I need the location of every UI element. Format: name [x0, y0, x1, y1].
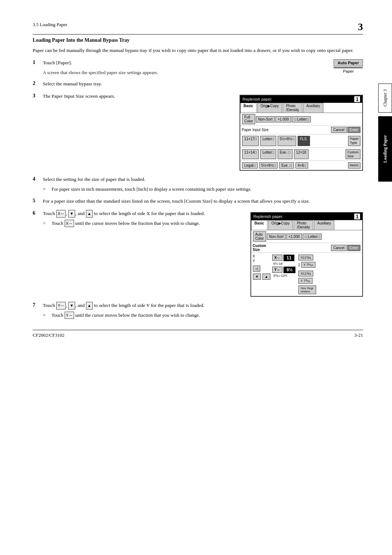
paper-ui-image: Auto Paper Paper — [334, 59, 363, 73]
btn2-magnify[interactable]: ×1.000 — [286, 234, 302, 240]
step-5-row: 5 For a paper size other than the standa… — [33, 198, 363, 205]
side-label: Loading Paper — [383, 135, 388, 163]
screen2-title: Replenish paper. — [253, 214, 283, 219]
step-1-sub: A screen that shows the specified paper … — [43, 69, 326, 76]
btn-letter[interactable]: □ Letter□ — [292, 116, 311, 122]
auto-paper-button: Auto Paper — [334, 59, 363, 66]
btn-y-7-9-16-1[interactable]: Y 7⁹⁄₁₆ — [301, 262, 315, 268]
x-value-row: X↔ 11 — [272, 254, 295, 261]
step-5: 5 For a paper size other than the standa… — [33, 198, 363, 205]
btn-exe[interactable]: Exe. □ — [278, 149, 293, 159]
btn-size-registration[interactable]: Size Regi-stration — [298, 285, 316, 294]
screen1-tabs: Basic Orig▶Copy Photo/Density Auxiliary — [240, 103, 362, 113]
screen1-row3-buttons: Legal□ 5½×8½□ Exe. □ 4×6□ — [242, 162, 347, 169]
btn-x11-3-4-1[interactable]: X11¾⁄₄ — [298, 255, 313, 260]
section-heading: Loading Paper Into the Manual Bypass Tra… — [33, 37, 363, 43]
step-4-text: Select the setting for the size of paper… — [43, 176, 363, 183]
step-6-text-area: 6 Touch X↔, ▼, and ▲ to select the lengt… — [33, 210, 250, 229]
screen2-custom-header: CustomSize Cancel Enter — [251, 243, 362, 253]
btn-fls[interactable]: FLS. — [298, 136, 310, 146]
btn-5x8[interactable]: 5½×8½□ — [278, 136, 297, 146]
tab-basic[interactable]: Basic — [240, 103, 257, 113]
chapter-number: 3 — [358, 22, 363, 32]
custom-size-screen: Replenish paper. 1 Basic Orig▶Copy Photo… — [250, 212, 363, 297]
btn-non-sort[interactable]: Non-Sort — [256, 116, 275, 122]
footer-page: 3-21 — [354, 332, 363, 338]
step-4-sub-text: For paper sizes in inch measurements, to… — [52, 186, 252, 193]
btn-4x6[interactable]: 4×6□ — [295, 162, 308, 169]
x-sub-label: 5½-18 — [273, 262, 295, 266]
arrows-area: ◁ — [253, 265, 261, 272]
btn-x11-3-4-2[interactable]: X11¾⁄₄ — [298, 271, 313, 276]
step-2-number: 2 — [33, 80, 43, 86]
btn-5x8-2[interactable]: 5½×8½□ — [259, 162, 278, 169]
tab-orig-copy[interactable]: Orig▶Copy — [257, 103, 282, 113]
page-container: Chapter 3 Loading Paper 3.5 Loading Pape… — [0, 0, 392, 555]
tab2-photo[interactable]: Photo/Density — [294, 220, 313, 230]
screen1-title: Replenish paper. — [242, 97, 273, 101]
btn-cancel[interactable]: Cancel — [331, 127, 347, 133]
btn-paper-type[interactable]: PaperType — [348, 136, 360, 146]
section-label: 3.5 Loading Paper — [33, 22, 68, 28]
y-inline-2: Y↔ — [65, 312, 74, 319]
btn2-cancel[interactable]: Cancel — [331, 245, 347, 251]
btn-enter[interactable]: Enter — [347, 127, 360, 133]
btn-letter-main[interactable]: Letter□ — [260, 136, 276, 146]
tab-auxiliary[interactable]: Auxiliary — [303, 103, 323, 113]
step-1-row: 1 Touch [Paper]. A screen that shows the… — [33, 59, 363, 76]
btn2-enter[interactable]: Enter — [347, 245, 360, 251]
x-inline-2: X↔ — [65, 220, 74, 227]
btn-letter2[interactable]: Letter□ — [260, 149, 276, 159]
step-7-number: 7 — [33, 302, 43, 308]
step-6-layout: 6 Touch X↔, ▼, and ▲ to select the lengt… — [33, 210, 363, 297]
btn-left-arrow[interactable]: ◁ — [253, 266, 260, 272]
tab2-orig[interactable]: Orig▶Copy — [268, 220, 293, 230]
step-6: 6 Touch X↔, ▼, and ▲ to select the lengt… — [33, 210, 363, 297]
btn2-non-sort[interactable]: Non-Sort — [267, 234, 286, 240]
screen1-grid-row1: 11×17□ Letter□ 5½×8½□ FLS. PaperType — [240, 134, 362, 148]
btn-legal[interactable]: Legal□ — [242, 162, 258, 169]
step-7: 7 Touch Y↔, ▼, and ▲ to select the lengt… — [33, 302, 363, 319]
btn-custom-size[interactable]: CustomSize — [346, 149, 360, 159]
step-1-header: 1 Touch [Paper]. — [33, 59, 326, 66]
paper-ui-divider — [334, 67, 363, 68]
btn-11x17[interactable]: 11×17□ — [242, 136, 259, 146]
step-6-sub-text: Touch X↔ until the cursor moves below th… — [52, 220, 200, 227]
x-button-inline: X↔ — [56, 210, 66, 218]
btn2-auto-color[interactable]: AutoColor — [253, 231, 266, 242]
tab-photo-density[interactable]: Photo/Density — [283, 103, 302, 113]
btn2-letter[interactable]: □ Letter□ — [303, 234, 322, 240]
step-3: 3 The Paper Input Size screen appears. R… — [33, 93, 363, 171]
btn-metric[interactable]: Metric — [348, 162, 361, 169]
btn-full-color[interactable]: FullColor — [242, 114, 255, 124]
btn2-up[interactable]: ▲ — [262, 274, 270, 280]
step-3-number: 3 — [33, 93, 43, 99]
step-1-content: 1 Touch [Paper]. A screen that shows the… — [33, 59, 326, 76]
screen2-left-controls: X Y ◁ ▼ ▲ — [253, 254, 271, 295]
btn2-down[interactable]: ▼ — [253, 274, 261, 280]
num-2: 2 — [298, 263, 300, 267]
step-1-text: Touch [Paper]. — [43, 59, 326, 66]
chapter-label: Chapter 3 — [383, 90, 388, 107]
paper-label: Paper — [334, 69, 363, 73]
btn-exe2[interactable]: Exe. □ — [279, 162, 294, 169]
screen2-right-sizes: X11¾⁄₄ 2 Y 7⁹⁄₁₆ X11¾⁄₄ Y 7⁹⁄₁₆ — [298, 254, 317, 295]
btn-magnify[interactable]: ×1.000 — [275, 116, 291, 122]
up-arrow-inline2: ▲ — [86, 302, 93, 309]
step-4: 4 Select the setting for the size of pap… — [33, 176, 363, 193]
tab2-aux[interactable]: Auxiliary — [314, 220, 334, 230]
y-button-inline: Y↔ — [56, 302, 66, 309]
tab2-basic[interactable]: Basic — [251, 220, 268, 230]
chapter-badge: Chapter 3 — [378, 84, 392, 113]
screen1-row1: FullColor Non-Sort ×1.000 □ Letter□ — [240, 113, 362, 126]
btn-x-select[interactable]: X↔ — [272, 255, 283, 261]
btn-11x14[interactable]: 11×14□ — [242, 149, 259, 159]
screen2-row1: AutoColor Non-Sort ×1.000 □ Letter□ — [251, 230, 362, 243]
auto-paper-label: Auto Paper — [338, 61, 359, 65]
btn-12x18[interactable]: 12×18 — [294, 149, 309, 159]
screen1-number: 1 — [354, 96, 360, 102]
btn-y-select[interactable]: Y↔ — [272, 267, 283, 273]
bullet-7-1: ○ — [43, 312, 49, 318]
screen1-grid-row3: Legal□ 5½×8½□ Exe. □ 4×6□ Metric — [240, 161, 362, 170]
btn-y-7-9-16-2[interactable]: Y 7⁹⁄₁₆ — [298, 278, 313, 284]
